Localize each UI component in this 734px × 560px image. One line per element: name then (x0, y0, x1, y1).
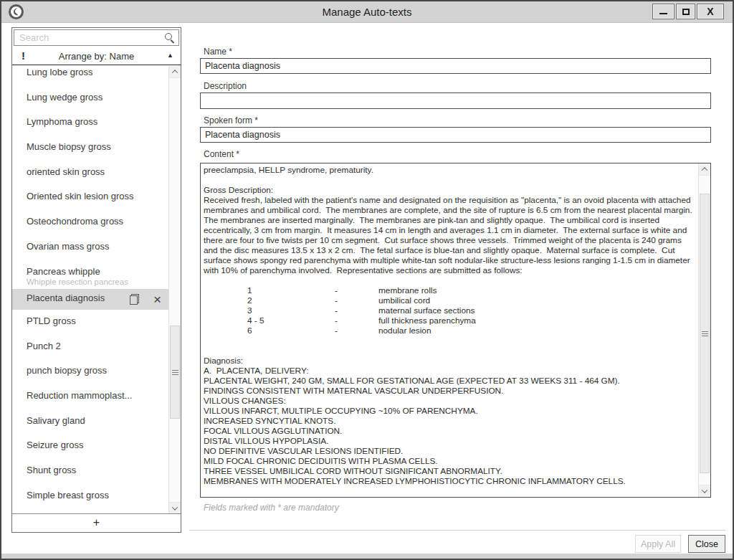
scroll-down-icon[interactable] (169, 502, 181, 514)
delete-icon[interactable]: × (153, 290, 161, 309)
list-item-selected[interactable]: Placenta diagnosis × (12, 289, 168, 310)
manage-autotexts-dialog: Manage Auto-texts X ! Arrange by: Name ▲… (0, 0, 734, 560)
content-scrollbar[interactable] (698, 163, 710, 497)
window-bottom-frame (1, 554, 733, 559)
minimize-button[interactable] (652, 4, 675, 19)
list-item[interactable]: Lung wedge gross (12, 88, 168, 113)
list-item[interactable]: oriented skin gross (12, 163, 168, 188)
list-item-label: Simple breast gross (27, 490, 109, 500)
spoken-form-label: Spoken form * (204, 115, 258, 125)
scroll-up-icon[interactable] (169, 66, 181, 78)
list-item-label: Reduction mammoplast... (27, 390, 132, 401)
thumb-grip-icon (702, 331, 708, 336)
list-scrollbar[interactable] (168, 66, 181, 514)
arrange-by-label: Arrange by: Name (12, 47, 181, 65)
collapse-icon: ▲ (167, 52, 173, 59)
list-item-label: Lung lobe gross (27, 67, 93, 77)
spoken-form-field[interactable] (200, 127, 711, 143)
chevron-down-icon (172, 504, 178, 510)
list-item-label: PTLD gross (27, 315, 76, 326)
close-button[interactable]: Close (688, 535, 725, 553)
list-item-label: oriented skin gross (27, 166, 105, 177)
list-item[interactable]: Simple breast gross (12, 486, 168, 511)
list-item-label: Seizure gross (27, 440, 83, 450)
window-title: Manage Auto-texts (1, 1, 733, 23)
list-item[interactable]: Muscle biopsy gross (12, 138, 168, 163)
content-field-box: preeclampsia, HELLP syndrome, prematurit… (200, 163, 711, 498)
list-item-label: Oriented skin lesion gross (27, 191, 134, 201)
chevron-up-icon (702, 167, 707, 173)
list-item[interactable]: Lung lobe gross (12, 66, 168, 88)
list-item-label: Shunt gross (27, 465, 76, 475)
list-item-label: Muscle biopsy gross (27, 141, 111, 152)
list-item[interactable]: punch biopsy gross (12, 361, 168, 386)
description-field[interactable] (200, 92, 711, 109)
list-item[interactable]: Reduction mammoplast... (12, 386, 168, 412)
list-item-label: Lymphoma gross (27, 116, 97, 127)
title-bar: Manage Auto-texts X (1, 1, 733, 23)
list-item[interactable]: Ovarian mass gross (12, 237, 168, 262)
list-item-label: Lung wedge gross (27, 92, 103, 103)
arrange-by-bar[interactable]: ! Arrange by: Name ▲ (12, 47, 181, 65)
description-label: Description (204, 81, 247, 91)
list-item-label: Punch 2 (27, 341, 61, 351)
maximize-button[interactable] (676, 4, 695, 19)
list-item-label: Ovarian mass gross (27, 241, 110, 252)
list-item-label: Pancreas whipple (27, 266, 100, 277)
search-input[interactable] (14, 30, 178, 45)
content-field[interactable]: preeclampsia, HELLP syndrome, prematurit… (201, 163, 698, 497)
name-field[interactable] (200, 58, 711, 74)
scroll-down-icon[interactable] (699, 485, 710, 497)
autotext-list-panel: ! Arrange by: Name ▲ Lung lobe gross Lun… (11, 27, 181, 533)
autotext-list: Lung lobe gross Lung wedge gross Lymphom… (12, 66, 168, 514)
list-item-label: Osteochondroma gross (27, 216, 123, 227)
list-item-label: punch biopsy gross (27, 365, 107, 376)
list-item-label: Placenta diagnosis (27, 293, 105, 303)
list-item[interactable]: Salivary gland (12, 412, 168, 437)
list-scrollbar-thumb[interactable] (170, 326, 180, 419)
maximize-icon (682, 9, 690, 15)
autotext-detail-panel: Name * Description Spoken form * Content… (189, 27, 725, 555)
list-item[interactable]: PTLD gross (12, 312, 168, 337)
footer-divider (189, 530, 725, 531)
list-item[interactable]: Lymphoma gross (12, 113, 168, 138)
list-item[interactable]: Pancreas whipple Whipple resection pancr… (12, 262, 168, 288)
list-item[interactable]: Punch 2 (12, 337, 168, 362)
thumb-grip-icon (172, 370, 178, 375)
list-item[interactable]: Seizure gross (12, 436, 168, 461)
content-scrollbar-thumb[interactable] (700, 194, 710, 473)
search-icon (165, 33, 172, 40)
content-label: Content * (204, 149, 239, 159)
list-item-label: Salivary gland (27, 415, 85, 426)
apply-all-button[interactable]: Apply All (635, 535, 681, 553)
chevron-down-icon (702, 487, 707, 493)
chevron-up-icon (172, 70, 178, 75)
minimize-icon (659, 13, 667, 14)
list-item-sublabel: Whipple resection pancreas (27, 277, 168, 286)
list-item[interactable]: Osteochondroma gross (12, 212, 168, 237)
search-box (14, 29, 179, 46)
duplicate-icon[interactable] (130, 294, 139, 305)
mandatory-fields-note: Fields marked with * are mandatory (204, 503, 339, 513)
name-label: Name * (204, 47, 232, 57)
list-item[interactable]: Shunt gross (12, 461, 168, 486)
scroll-up-icon[interactable] (699, 163, 710, 176)
close-window-button[interactable]: X (697, 4, 724, 19)
list-item[interactable]: Oriented skin lesion gross (12, 187, 168, 212)
add-autotext-button[interactable]: + (12, 513, 181, 532)
